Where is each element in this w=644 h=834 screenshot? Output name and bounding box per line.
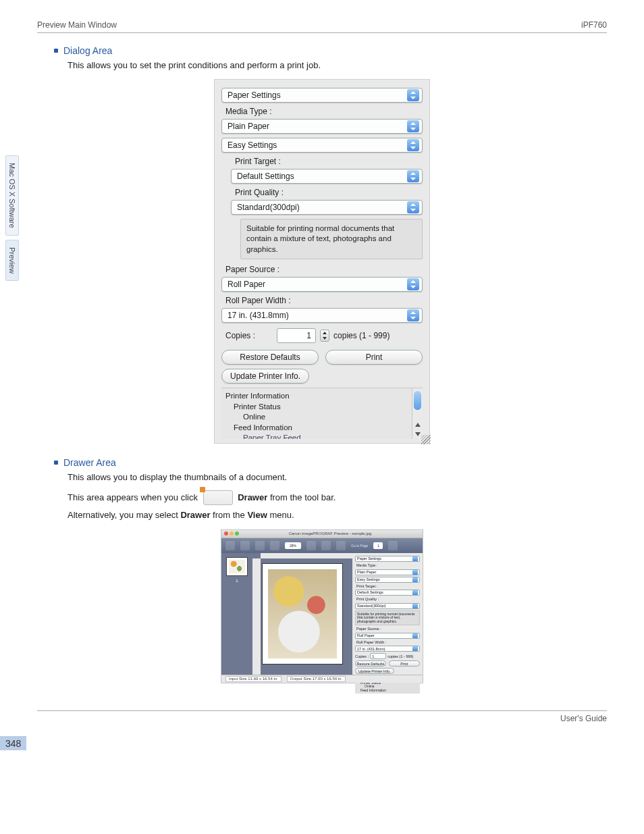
goto-page-field[interactable]: 1 bbox=[373, 542, 383, 549]
scroll-thumb[interactable] bbox=[414, 391, 421, 410]
easy-settings-value: Easy Settings bbox=[227, 140, 407, 150]
sp-copies-input[interactable]: 1 bbox=[370, 653, 386, 659]
page-thumbnail[interactable] bbox=[226, 557, 248, 576]
quality-description: Suitable for printing normal documents t… bbox=[240, 219, 423, 260]
page-footer: User's Guide bbox=[37, 710, 607, 723]
fit-screen-button[interactable] bbox=[321, 541, 331, 550]
bullet-icon bbox=[54, 461, 58, 465]
drawer-area-desc: This allows you to display the thumbnail… bbox=[68, 471, 607, 484]
fit-width-button[interactable] bbox=[306, 541, 316, 550]
info-line: Printer Status bbox=[224, 402, 420, 413]
header-left: Preview Main Window bbox=[37, 20, 117, 30]
preview-window-screenshot: Canon imagePROGRAF Preview - sample.jpg … bbox=[221, 529, 423, 683]
media-type-value: Plain Paper bbox=[227, 122, 407, 131]
paper-source-label: Paper Source : bbox=[225, 265, 423, 274]
updown-icon bbox=[407, 278, 419, 290]
printer-info-box: Printer Information Printer Status Onlin… bbox=[221, 388, 423, 439]
dialog-area-label: Dialog Area bbox=[63, 45, 112, 56]
scroll-up-icon[interactable] bbox=[415, 423, 421, 427]
print-target-value: Default Settings bbox=[237, 172, 407, 181]
sp-restore-button[interactable]: Restore Defaults bbox=[355, 660, 386, 667]
print-quality-select[interactable]: Standard(300dpi) bbox=[231, 200, 423, 215]
enlarge-button[interactable] bbox=[255, 541, 265, 550]
text: from the tool bar. bbox=[267, 492, 336, 502]
sp-copies-range: copies (1 - 999) bbox=[387, 654, 413, 659]
sp-desc: Suitable for printing normal documents t… bbox=[355, 610, 420, 626]
zoom-field[interactable]: 28% bbox=[285, 542, 301, 549]
sp-copies-label: Copies : bbox=[355, 654, 369, 659]
page-number-badge: 348 bbox=[0, 736, 26, 750]
copies-range: copies (1 - 999) bbox=[333, 331, 390, 340]
updown-icon bbox=[407, 139, 419, 151]
copies-stepper[interactable] bbox=[320, 330, 329, 342]
dialog-area-heading: Dialog Area bbox=[54, 45, 607, 56]
actual-size-button[interactable] bbox=[336, 541, 346, 550]
copies-label: Copies : bbox=[225, 331, 255, 340]
sp-target-select[interactable]: Default Settings bbox=[355, 590, 420, 596]
updown-icon bbox=[407, 89, 419, 101]
sp-top-select[interactable]: Paper Settings bbox=[355, 556, 420, 562]
info-line: Printer Information bbox=[224, 391, 420, 402]
stepper-up-icon[interactable] bbox=[321, 330, 329, 336]
page-number: 1 bbox=[236, 579, 238, 583]
window-titlebar: Canon imagePROGRAF Preview - sample.jpg bbox=[221, 530, 423, 538]
print-quality-value: Standard(300dpi) bbox=[237, 203, 407, 212]
print-quality-label: Print Quality : bbox=[235, 188, 423, 197]
sp-roll-select[interactable]: 17 in. (431.8mm) bbox=[355, 646, 420, 652]
status-bar: Input Size 11.69 x 16.54 in. Output Size… bbox=[221, 675, 423, 683]
zoom-icon[interactable] bbox=[235, 531, 239, 536]
panel-select-value: Paper Settings bbox=[227, 90, 407, 100]
drawer-toolbar-icon bbox=[203, 490, 233, 505]
sp-label: Media Type : bbox=[355, 563, 420, 568]
paper-source-select[interactable]: Roll Paper bbox=[221, 277, 423, 292]
output-size: Output Size 17.00 x 16.54 in. bbox=[287, 676, 346, 682]
thumbnail-drawer: 1 bbox=[221, 553, 252, 675]
preview-toolbar: 28% Go to Page 1 bbox=[221, 538, 423, 553]
updown-icon bbox=[407, 170, 419, 182]
media-type-label: Media Type : bbox=[225, 107, 423, 116]
updown-icon bbox=[407, 120, 419, 132]
drawer-line-2: This area appears when you click Drawer … bbox=[68, 490, 607, 506]
sp-easy-select[interactable]: Easy Settings bbox=[355, 577, 420, 583]
restore-defaults-button[interactable]: Restore Defaults bbox=[221, 350, 319, 365]
dialog-area-desc: This allows you to set the print conditi… bbox=[68, 59, 607, 72]
goto-page-label: Go to Page bbox=[351, 544, 368, 548]
updown-icon bbox=[407, 201, 419, 213]
sp-update-button[interactable]: Update Printer Info. bbox=[355, 668, 394, 674]
drawer-line-3: Alternatively, you may select Drawer fro… bbox=[68, 507, 607, 524]
easy-settings-select[interactable]: Easy Settings bbox=[221, 138, 423, 153]
print-target-select[interactable]: Default Settings bbox=[231, 169, 423, 184]
roll-width-label: Roll Paper Width : bbox=[225, 296, 423, 305]
panel-select[interactable]: Paper Settings bbox=[221, 88, 423, 103]
header-right: iPF760 bbox=[581, 20, 607, 30]
drawer-button[interactable] bbox=[225, 541, 235, 550]
minimize-icon[interactable] bbox=[230, 531, 234, 536]
updown-icon bbox=[407, 309, 419, 321]
media-type-select[interactable]: Plain Paper bbox=[221, 119, 423, 134]
roll-width-select[interactable]: 17 in. (431.8mm) bbox=[221, 308, 423, 323]
drawer-area-heading: Drawer Area bbox=[54, 457, 607, 468]
copies-value: 1 bbox=[281, 331, 314, 340]
reduce-button[interactable] bbox=[270, 541, 279, 550]
update-printer-info-button[interactable]: Update Printer Info. bbox=[221, 369, 309, 384]
input-size: Input Size 11.69 x 16.54 in. bbox=[225, 676, 281, 682]
roll-width-value: 17 in. (431.8mm) bbox=[227, 311, 407, 320]
sp-label: Print Target : bbox=[355, 584, 420, 589]
text-bold: Drawer bbox=[180, 510, 210, 520]
print-button[interactable] bbox=[240, 541, 250, 550]
sp-source-select[interactable]: Roll Paper bbox=[355, 633, 420, 639]
scrollbar[interactable] bbox=[412, 388, 423, 439]
ruler-horizontal bbox=[261, 553, 352, 558]
info-line: Feed Information bbox=[224, 423, 420, 434]
sp-print-button[interactable]: Print bbox=[389, 660, 420, 667]
scroll-down-icon[interactable] bbox=[415, 432, 421, 436]
sp-quality-select[interactable]: Standard(300dpi) bbox=[355, 603, 420, 609]
page-header: Preview Main Window iPF760 bbox=[37, 20, 607, 33]
help-button[interactable] bbox=[388, 541, 398, 550]
stepper-down-icon[interactable] bbox=[321, 336, 329, 341]
close-icon[interactable] bbox=[224, 531, 228, 536]
copies-input[interactable]: 1 bbox=[277, 328, 316, 343]
text: Alternatively, you may select bbox=[68, 510, 180, 520]
sp-media-select[interactable]: Plain Paper bbox=[355, 569, 420, 575]
print-button[interactable]: Print bbox=[325, 350, 423, 365]
